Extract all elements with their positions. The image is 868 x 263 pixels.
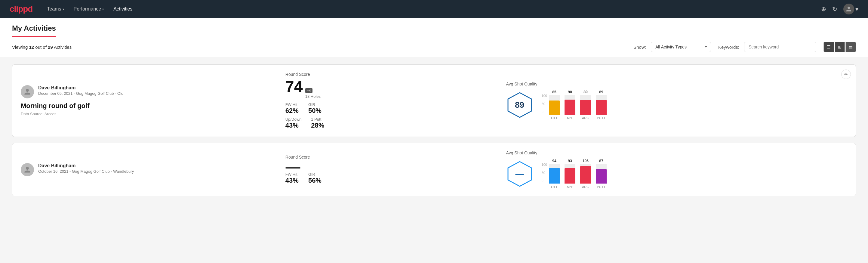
- bar-track: [549, 95, 560, 115]
- updown-stat: Up/Down 43%: [285, 117, 301, 129]
- bar-group: 90APP: [564, 90, 576, 120]
- bar-value: 85: [552, 90, 556, 94]
- round-score: 74 +4 18 Holes: [285, 79, 490, 99]
- gir-label: GIR: [308, 102, 321, 107]
- list-view-button[interactable]: ☰: [824, 42, 834, 52]
- bar-fill: [580, 100, 591, 115]
- gir-value: 50%: [308, 107, 321, 115]
- bar-group: 85OTT: [549, 90, 560, 120]
- avatar: [21, 163, 34, 176]
- view-toggle: ☰ ⊞ ▤: [824, 42, 856, 52]
- activity-type-select[interactable]: All Activity Types: [651, 42, 711, 52]
- activity-card: Dave Billingham October 16, 2021 - Gog M…: [12, 143, 856, 196]
- card-date: October 16, 2021 - Gog Magog Golf Club -…: [38, 169, 134, 174]
- bar-value: 87: [599, 159, 603, 163]
- shot-quality-chart: 100 50 0 85OTT90APP89ARG89PUTT: [542, 90, 607, 120]
- performance-chevron-icon: ▾: [102, 7, 104, 11]
- quality-score: 89: [515, 100, 524, 110]
- card-left: Dave Billingham December 05, 2021 - Gog …: [21, 85, 277, 116]
- oneputt-stat: 1 Putt 28%: [311, 117, 324, 129]
- updown-value: 43%: [285, 122, 301, 129]
- card-middle: Round Score 74 +4 18 Holes FW Hit 62% GI…: [277, 72, 499, 129]
- navbar: clippd Teams ▾ Performance ▾ Activities …: [0, 0, 868, 18]
- fw-hit-label: FW Hit: [285, 172, 299, 177]
- oneputt-label: 1 Putt: [311, 117, 324, 122]
- keyword-input[interactable]: [744, 42, 816, 52]
- bar-group: 89PUTT: [596, 90, 607, 120]
- logo[interactable]: clippd: [10, 4, 32, 14]
- card-right: Avg Shot Quality 89 100 50 0: [499, 82, 847, 120]
- card-name: Dave Billingham: [38, 85, 123, 91]
- add-circle-icon[interactable]: ⊕: [821, 5, 826, 12]
- fw-hit-value: 62%: [285, 107, 299, 115]
- nav-activities[interactable]: Activities: [114, 4, 132, 14]
- card-middle: Round Score FW Hit 43% GIR 56%: [277, 155, 499, 184]
- fw-hit-value: 43%: [285, 177, 299, 184]
- bar-label: PUTT: [597, 116, 606, 120]
- bar-label: APP: [567, 116, 573, 120]
- bar-value: 93: [568, 159, 572, 163]
- filter-bar: Viewing 12 out of 29 Activities Show: Al…: [0, 37, 868, 57]
- refresh-icon[interactable]: ↻: [832, 5, 837, 12]
- card-source: Data Source: Arccos: [21, 112, 277, 116]
- keywords-label: Keywords:: [718, 45, 739, 50]
- card-left: Dave Billingham October 16, 2021 - Gog M…: [21, 163, 277, 176]
- bar-label: OTT: [551, 116, 558, 120]
- nav-icons: ⊕ ↻ ▾: [821, 4, 858, 14]
- bar-fill: [596, 100, 607, 115]
- bar-group: 87PUTT: [596, 159, 607, 189]
- fw-hit-stat: FW Hit 62%: [285, 102, 299, 115]
- bar-value: 90: [568, 90, 572, 94]
- bar-value: 89: [599, 90, 603, 94]
- bar-fill: [549, 168, 560, 183]
- bar-group: 94OTT: [549, 159, 560, 189]
- compact-view-button[interactable]: ▤: [845, 42, 856, 52]
- bar-label: PUTT: [597, 185, 606, 189]
- grid-view-button[interactable]: ⊞: [835, 42, 845, 52]
- bar-track: [580, 95, 591, 115]
- fw-hit-stat: FW Hit 43%: [285, 172, 299, 184]
- fw-hit-label: FW Hit: [285, 102, 299, 107]
- page-header: My Activities: [0, 18, 868, 37]
- user-menu[interactable]: ▾: [843, 4, 858, 14]
- shot-quality-hexagon: 89: [506, 91, 533, 119]
- viewing-label: Activities: [53, 45, 72, 50]
- bar-value: 106: [583, 159, 589, 163]
- teams-chevron-icon: ▾: [63, 7, 64, 11]
- gir-stat: GIR 56%: [308, 172, 321, 184]
- viewing-text: Viewing 12 out of 29 Activities: [12, 45, 629, 50]
- score-value: 74: [285, 79, 303, 94]
- quality-label: Avg Shot Quality: [506, 82, 847, 86]
- bar-fill: [596, 169, 607, 183]
- nav-performance[interactable]: Performance ▾: [74, 4, 104, 14]
- bar-track: [580, 164, 591, 183]
- bar-fill: [564, 168, 576, 183]
- bar-track: [596, 95, 607, 115]
- bar-fill: [549, 100, 560, 115]
- bar-value: 89: [584, 90, 587, 94]
- gir-stat: GIR 50%: [308, 102, 321, 115]
- holes: 18 Holes: [305, 94, 320, 99]
- round-score-label: Round Score: [285, 72, 490, 77]
- avatar-chevron-icon: ▾: [856, 5, 858, 12]
- avatar: [21, 85, 34, 98]
- bar-track: [564, 95, 576, 115]
- card-date: December 05, 2021 - Gog Magog Golf Club …: [38, 91, 123, 96]
- score-badge: +4: [305, 88, 313, 93]
- oneputt-value: 28%: [311, 122, 324, 129]
- viewing-count: 12: [29, 45, 34, 50]
- activity-card: ✏ Dave Billingham December 05, 2021 - Go…: [12, 64, 856, 137]
- card-title: Morning round of golf: [21, 102, 277, 110]
- score-placeholder: [285, 167, 301, 169]
- bar-group: 89ARG: [580, 90, 591, 120]
- updown-label: Up/Down: [285, 117, 301, 122]
- show-label: Show:: [633, 45, 646, 50]
- viewing-total: 29: [48, 45, 53, 50]
- nav-teams[interactable]: Teams ▾: [47, 4, 64, 14]
- bar-label: OTT: [551, 185, 558, 189]
- edit-button[interactable]: ✏: [841, 69, 851, 79]
- card-name: Dave Billingham: [38, 163, 134, 169]
- shot-quality-chart: 100 50 0 94OTT93APP106ARG87PUTT: [542, 159, 607, 189]
- avatar: [843, 4, 854, 14]
- gir-value: 56%: [308, 177, 321, 184]
